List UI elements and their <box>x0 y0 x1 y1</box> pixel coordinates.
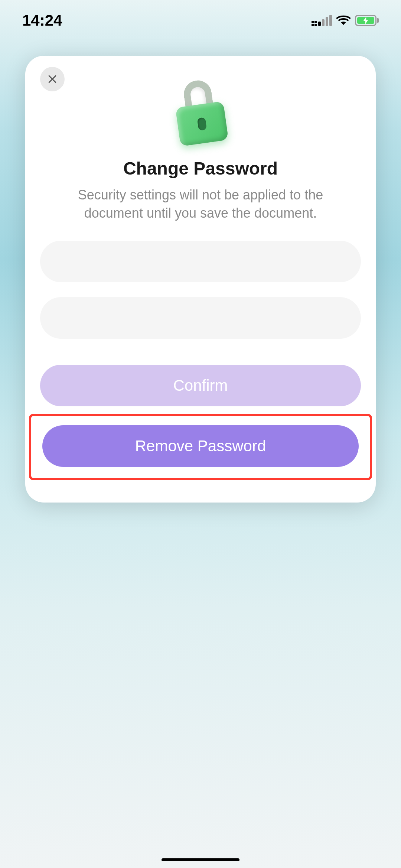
status-bar: 14:24 <box>0 0 401 41</box>
remove-password-button[interactable]: Remove Password <box>42 425 359 467</box>
close-icon <box>47 74 58 85</box>
battery-charging-icon <box>355 15 379 26</box>
modal-title: Change Password <box>40 158 361 179</box>
status-icons <box>312 14 379 27</box>
status-time: 14:24 <box>22 12 62 29</box>
annotation-highlight: Remove Password <box>29 414 372 480</box>
password-field[interactable] <box>40 241 361 282</box>
modal-subtitle: Security settings will not be applied to… <box>40 186 361 222</box>
lock-icon <box>166 77 234 151</box>
wifi-icon <box>336 14 351 27</box>
home-indicator[interactable] <box>162 858 239 861</box>
confirm-password-field[interactable] <box>40 297 361 339</box>
confirm-button[interactable]: Confirm <box>40 365 361 406</box>
change-password-modal: Change Password Security settings will n… <box>25 56 376 503</box>
cellular-signal-icon <box>312 15 332 26</box>
lock-illustration <box>40 80 361 147</box>
